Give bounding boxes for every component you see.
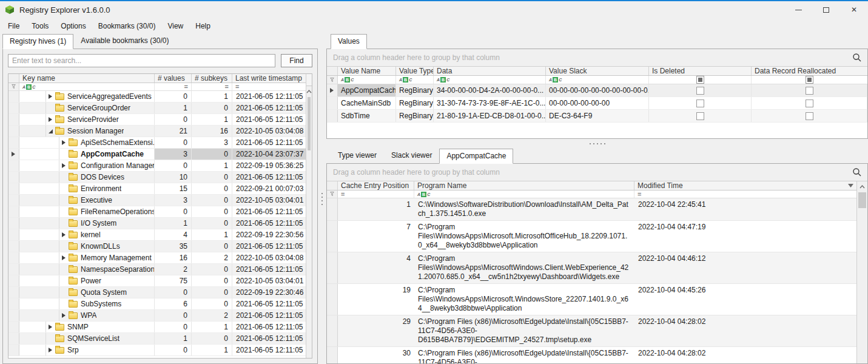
key-name-cell[interactable]: Quota System xyxy=(19,287,155,298)
menu-item-tools[interactable]: Tools xyxy=(25,19,55,33)
tree-row[interactable]: KnownDLLs 35 0 2021-06-05 12:11:05 xyxy=(8,241,306,252)
column-header-cache-entry-position[interactable]: Cache Entry Position xyxy=(338,181,414,190)
column-header-key-name[interactable]: Key name xyxy=(19,74,155,83)
tree-row[interactable]: DOS Devices 10 0 2021-06-05 12:11:05 xyxy=(8,172,306,183)
column-header-value-name[interactable]: Value Name xyxy=(338,67,396,75)
tree-row[interactable]: Power 75 0 2022-10-05 03:04:01 xyxy=(8,275,306,287)
tree-row[interactable]: Srp 0 1 2021-06-05 12:11:05 xyxy=(8,345,306,356)
tab-type-viewer[interactable]: Type viewer xyxy=(331,148,384,163)
expander-icon[interactable] xyxy=(61,266,67,272)
filter-value-name[interactable] xyxy=(338,76,396,84)
key-name-cell[interactable]: Power xyxy=(19,275,155,286)
tree-row[interactable]: Session Manager 21 16 2022-10-05 03:04:0… xyxy=(8,126,306,137)
find-button[interactable]: Find xyxy=(281,54,312,67)
expander-icon[interactable] xyxy=(61,140,67,146)
filter-modified-time[interactable] xyxy=(634,190,856,198)
tree-row[interactable]: WPA 0 2 2021-06-05 12:11:05 xyxy=(8,310,306,322)
key-name-cell[interactable]: AppCompatCache xyxy=(19,149,155,160)
tree-row[interactable]: FileRenameOperations 0 0 2021-06-05 12:1… xyxy=(8,206,306,218)
checkbox-unchecked[interactable] xyxy=(696,99,704,107)
cache-row[interactable]: 30 C:\Program Files (x86)\Microsoft\Edge… xyxy=(327,347,856,363)
column-header-is-deleted[interactable]: Is Deleted xyxy=(649,67,752,75)
key-name-cell[interactable]: Executive xyxy=(19,195,155,206)
checkbox-unchecked[interactable] xyxy=(696,87,704,95)
tab-values[interactable]: Values xyxy=(331,34,367,49)
maximize-button[interactable] xyxy=(812,1,840,18)
tree-row[interactable]: SQMServiceList 1 0 2021-06-05 12:11:05 xyxy=(8,333,306,345)
filter-num-subkeys[interactable] xyxy=(192,83,232,90)
expander-icon[interactable] xyxy=(47,335,53,342)
value-row[interactable]: CacheMainSdb RegBinary 31-30-74-73-73-9E… xyxy=(327,97,867,110)
horizontal-splitter[interactable] xyxy=(326,139,868,149)
tree-row[interactable]: I/O System 1 0 2021-06-05 12:11:05 xyxy=(8,218,306,229)
tab-slack-viewer[interactable]: Slack viewer xyxy=(384,148,439,163)
column-header-value-slack[interactable]: Value Slack xyxy=(546,67,649,75)
key-name-cell[interactable]: NamespaceSeparation xyxy=(19,264,155,275)
menu-item-view[interactable]: View xyxy=(161,19,189,33)
menu-item-bookmarks[interactable]: Bookmarks (30/0) xyxy=(92,19,162,33)
filter-cache-entry-position[interactable] xyxy=(338,190,414,198)
column-header-value-type[interactable]: Value Type xyxy=(396,67,434,75)
expander-icon[interactable] xyxy=(47,105,53,111)
column-header-last-write[interactable]: Last write timestamp xyxy=(232,74,306,83)
expander-icon[interactable] xyxy=(61,163,67,169)
expander-icon[interactable] xyxy=(61,255,67,261)
filter-last-write[interactable] xyxy=(232,83,306,90)
expander-icon[interactable] xyxy=(47,347,53,353)
tree-row[interactable]: ServiceAggregatedEvents 0 1 2021-06-05 1… xyxy=(8,91,306,103)
column-header-modified-time[interactable]: Modified Time xyxy=(634,181,856,190)
key-name-cell[interactable]: SNMP xyxy=(19,322,155,332)
tree-row[interactable]: SubSystems 6 0 2021-06-05 12:11:05 xyxy=(8,298,306,310)
checkbox-unchecked[interactable] xyxy=(806,99,813,107)
cache-row[interactable]: 7 C:\Program Files\WindowsApps\Microsoft… xyxy=(327,221,856,252)
key-name-cell[interactable]: Configuration Manager xyxy=(19,160,155,171)
key-name-cell[interactable]: ServiceGroupOrder xyxy=(19,103,155,113)
tree-row[interactable]: Quota System 0 0 2022-09-19 22:30:46 xyxy=(8,287,306,298)
checkbox-unchecked[interactable] xyxy=(806,87,813,95)
tab-available-bookmarks[interactable]: Available bookmarks (30/0) xyxy=(73,33,176,49)
key-name-cell[interactable]: ServiceAggregatedEvents xyxy=(19,91,155,102)
value-name-cell[interactable]: AppCompatCache xyxy=(338,84,396,96)
key-name-cell[interactable]: KnownDLLs xyxy=(19,241,155,252)
tree-scrollbar[interactable] xyxy=(306,74,312,358)
cache-row[interactable]: 19 C:\Program Files\WindowsApps\Microsof… xyxy=(327,284,856,315)
expander-icon[interactable] xyxy=(61,289,67,295)
expander-icon[interactable] xyxy=(61,197,67,203)
tree-row[interactable]: SNMP 0 1 2021-06-05 12:11:05 xyxy=(8,322,306,333)
key-name-cell[interactable]: DOS Devices xyxy=(19,172,155,183)
tree-row[interactable]: ServiceProvider 0 1 2021-06-05 12:11:05 xyxy=(8,114,306,126)
expander-icon[interactable] xyxy=(47,116,53,123)
search-icon[interactable] xyxy=(852,53,862,62)
expander-icon[interactable] xyxy=(61,186,67,192)
expander-icon[interactable] xyxy=(61,209,67,215)
cache-row[interactable]: 29 C:\Program Files (x86)\Microsoft\Edge… xyxy=(327,315,856,347)
tab-registry-hives[interactable]: Registry hives (1) xyxy=(2,34,73,49)
tree-scrollbar-thumb[interactable] xyxy=(308,97,311,150)
tree-scroll-up-icon[interactable] xyxy=(306,86,312,96)
tree-row[interactable]: kernel 4 1 2022-09-19 22:30:56 xyxy=(8,229,306,241)
column-header-data-record-reallocated[interactable]: Data Record Reallocated xyxy=(752,67,867,75)
key-name-cell[interactable]: SQMServiceList xyxy=(19,333,155,344)
expander-icon[interactable] xyxy=(61,174,67,180)
menu-item-help[interactable]: Help xyxy=(189,19,217,33)
tree-row[interactable]: Executive 3 0 2022-10-05 03:04:01 xyxy=(8,195,306,206)
key-name-cell[interactable]: I/O System xyxy=(19,218,155,229)
expander-icon[interactable] xyxy=(61,312,67,318)
menu-item-file[interactable]: File xyxy=(2,19,25,33)
column-header-program-name[interactable]: Program Name xyxy=(414,181,634,190)
key-name-cell[interactable]: Environment xyxy=(19,183,155,194)
checkbox-unchecked[interactable] xyxy=(806,112,813,120)
cache-row[interactable]: 4 C:\Program Files\WindowsApps\Microsoft… xyxy=(327,252,856,284)
cache-scrollbar[interactable] xyxy=(856,181,867,363)
cache-scroll-up-icon[interactable] xyxy=(857,181,867,192)
tree-row[interactable]: NamespaceSeparation 2 0 2021-06-05 12:11… xyxy=(8,264,306,275)
key-name-cell[interactable]: ServiceProvider xyxy=(19,114,155,125)
column-header-num-subkeys[interactable]: # subkeys xyxy=(192,74,232,83)
tab-appcompatcache[interactable]: AppCompatCache xyxy=(439,149,513,164)
key-name-cell[interactable]: kernel xyxy=(19,229,155,240)
expander-icon[interactable] xyxy=(61,232,67,238)
expander-icon[interactable] xyxy=(47,93,53,99)
filter-data[interactable] xyxy=(434,76,546,84)
value-row[interactable]: SdbTime RegBinary 21-80-19-1A-ED-CB-D8-0… xyxy=(327,110,867,123)
expander-icon[interactable] xyxy=(61,220,67,226)
